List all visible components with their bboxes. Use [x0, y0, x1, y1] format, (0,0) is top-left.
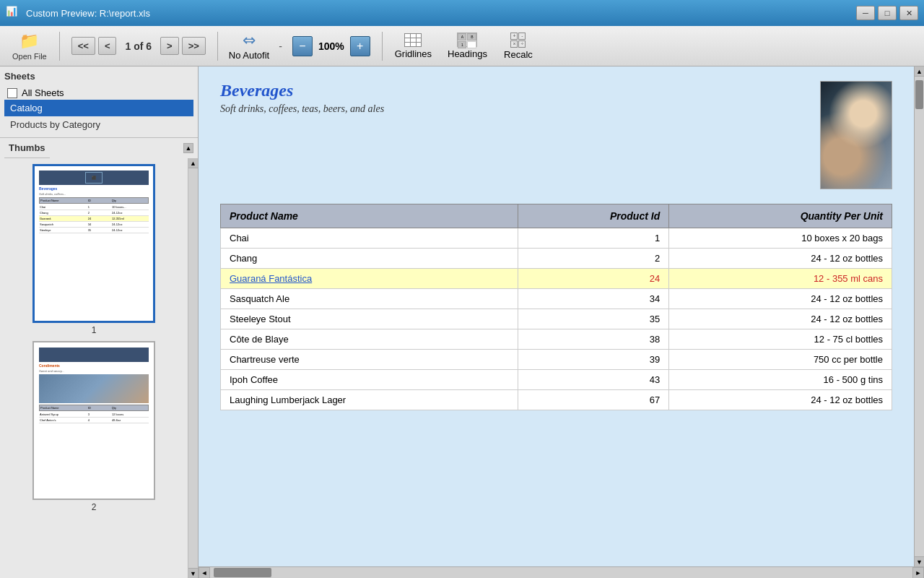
cell-qty-per-unit: 24 - 12 oz bottles [669, 390, 892, 410]
cell-qty-per-unit: 24 - 12 oz bottles [669, 309, 892, 329]
col-header-product-id: Product Id [518, 204, 669, 228]
col-header-qty-per-unit: Quantity Per Unit [669, 204, 892, 228]
zoom-plus-button[interactable]: + [350, 36, 370, 56]
thumb-frame-2: Condiments Sweet and savory... Product N… [32, 341, 155, 500]
report-header: Beverages Soft drinks, coffees, teas, be… [220, 81, 892, 189]
headings-icon: A B 1 [457, 33, 477, 47]
prev-page-button[interactable]: < [98, 37, 117, 55]
table-row: Chai110 boxes x 20 bags [221, 228, 892, 249]
thumbs-title: Thumbs [4, 138, 50, 158]
cell-qty-per-unit: 12 - 75 cl bottles [669, 329, 892, 350]
all-sheets-checkbox[interactable] [7, 88, 17, 98]
cell-product-name: Côte de Blaye [221, 329, 518, 350]
sidebar: Sheets All Sheets Catalog Products by Ca… [0, 66, 199, 578]
separator-3 [382, 32, 383, 61]
toolbar: 📁 Open File << < 1 of 6 > >> ⇔ No Autofi… [0, 26, 924, 66]
cell-product-id: 43 [518, 370, 669, 390]
thumbs-scroll-arrows: ▲ [183, 143, 193, 153]
zoom-value: 100% [315, 40, 347, 52]
zoom-controls: − 100% + [287, 36, 376, 56]
cell-product-name: Laughing Lumberjack Lager [221, 390, 518, 410]
recalc-icon: + - × ÷ [510, 33, 526, 48]
scroll-right-button[interactable]: ► [912, 567, 924, 579]
cell-qty-per-unit: 750 cc per bottle [669, 350, 892, 370]
scroll-track [915, 77, 924, 556]
cell-product-id: 2 [518, 249, 669, 269]
thumb-item-2[interactable]: Condiments Sweet and savory... Product N… [6, 341, 182, 512]
thumb-item-1[interactable]: ⬛ Beverages Soft drinks, coffees... Prod… [6, 164, 182, 335]
all-sheets-checkbox-row[interactable]: All Sheets [4, 86, 193, 100]
first-page-button[interactable]: << [71, 37, 95, 55]
minimize-button[interactable]: ─ [856, 6, 875, 20]
cell-product-id: 1 [518, 228, 669, 249]
scroll-up-button[interactable]: ▲ [915, 66, 924, 77]
col-header-product-name: Product Name [221, 204, 518, 228]
thumb-label-2: 2 [92, 502, 97, 512]
open-file-button[interactable]: 📁 Open File [6, 30, 53, 63]
table-row: Sasquatch Ale3424 - 12 oz bottles [221, 289, 892, 309]
cell-product-id: 24 [518, 269, 669, 289]
autofit-button[interactable]: ⇔ No Autofit [224, 30, 274, 63]
table-row: Steeleye Stout3524 - 12 oz bottles [221, 309, 892, 329]
thumb-label-1: 1 [92, 325, 97, 335]
close-button[interactable]: ✕ [899, 6, 918, 20]
sidebar-scroll-up-arrow[interactable]: ▲ [188, 158, 198, 168]
separator-1 [59, 32, 60, 61]
report-text-header: Beverages Soft drinks, coffees, teas, be… [220, 81, 384, 115]
content-wrapper: Beverages Soft drinks, coffees, teas, be… [199, 66, 924, 578]
nav-controls: << < 1 of 6 > >> [66, 37, 212, 55]
thumbs-section: Thumbs ▲ ⬛ [0, 138, 198, 578]
h-scroll-thumb [214, 568, 271, 577]
last-page-button[interactable]: >> [182, 37, 206, 55]
maximize-button[interactable]: □ [878, 6, 897, 20]
gridlines-icon [404, 33, 422, 47]
main-layout: Sheets All Sheets Catalog Products by Ca… [0, 66, 924, 578]
scroll-thumb [915, 80, 923, 109]
page-indicator: 1 of 6 [119, 40, 157, 52]
scroll-left-button[interactable]: ◄ [199, 567, 210, 579]
table-header-row: Product Name Product Id Quantity Per Uni… [221, 204, 892, 228]
autofit-label: No Autofit [229, 50, 269, 61]
cell-product-name: Sasquatch Ale [221, 289, 518, 309]
headings-button[interactable]: A B 1 Headings [441, 30, 494, 63]
window-controls: ─ □ ✕ [856, 6, 918, 20]
table-row: Guaraná Fantástica2412 - 355 ml cans [221, 269, 892, 289]
recalc-button[interactable]: + - × ÷ Recalc [497, 30, 540, 63]
thumb-frame-1: ⬛ Beverages Soft drinks, coffees... Prod… [32, 164, 155, 323]
cell-product-name: Steeleye Stout [221, 309, 518, 329]
data-table: Product Name Product Id Quantity Per Uni… [220, 204, 892, 410]
h-scroll-track [210, 567, 912, 578]
sidebar-scroll-down-arrow[interactable]: ▼ [188, 568, 198, 578]
cell-product-id: 39 [518, 350, 669, 370]
report-title: Beverages [220, 81, 384, 100]
zoom-minus-button[interactable]: − [292, 36, 313, 56]
cell-qty-per-unit: 24 - 12 oz bottles [669, 289, 892, 309]
recalc-label: Recalc [504, 49, 533, 60]
thumb-preview-2: Condiments Sweet and savory... Product N… [36, 345, 152, 496]
headings-label: Headings [448, 48, 487, 59]
thumbs-scroll-up[interactable]: ▲ [183, 143, 193, 153]
sheet-item-products-by-category[interactable]: Products by Category [4, 116, 193, 133]
next-page-button[interactable]: > [160, 37, 179, 55]
right-scrollbar: ▲ ▼ [914, 66, 924, 566]
cell-product-name: Chang [221, 249, 518, 269]
plus-icon: + [357, 40, 363, 53]
gridlines-label: Gridlines [395, 48, 432, 59]
scroll-down-button[interactable]: ▼ [915, 556, 924, 566]
folder-icon: 📁 [19, 32, 39, 51]
table-row: Chartreuse verte39750 cc per bottle [221, 350, 892, 370]
cell-product-name: Chartreuse verte [221, 350, 518, 370]
report-image [820, 81, 892, 189]
cell-product-id: 34 [518, 289, 669, 309]
cell-qty-per-unit: 10 boxes x 20 bags [669, 228, 892, 249]
cell-product-name: Ipoh Coffee [221, 370, 518, 390]
separator-2 [217, 32, 218, 61]
thumb-preview-1: ⬛ Beverages Soft drinks, coffees... Prod… [36, 168, 152, 319]
cell-qty-per-unit: 16 - 500 g tins [669, 370, 892, 390]
report-image-inner [821, 82, 892, 189]
gridlines-button[interactable]: Gridlines [388, 30, 438, 63]
sheet-item-catalog[interactable]: Catalog [4, 100, 193, 116]
sidebar-scrollbar: ▲ ▼ [188, 158, 198, 578]
cell-qty-per-unit: 12 - 355 ml cans [669, 269, 892, 289]
table-row: Côte de Blaye3812 - 75 cl bottles [221, 329, 892, 350]
